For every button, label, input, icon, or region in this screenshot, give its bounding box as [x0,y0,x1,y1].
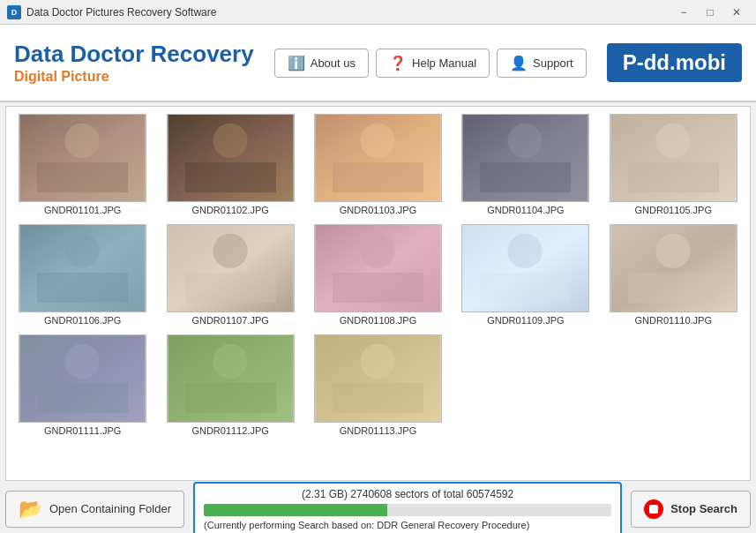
progress-fill [204,504,387,516]
svg-rect-2 [37,162,128,192]
maximize-button[interactable]: □ [698,4,722,21]
thumbnail [610,114,737,202]
image-label: GNDR01107.JPG [191,315,268,326]
thumbnail [314,114,442,202]
image-label: GNDR01108.JPG [340,315,416,326]
gallery-item[interactable]: GNDR01104.JPG [456,114,595,215]
thumbnail [167,334,295,423]
svg-point-10 [508,124,543,158]
image-label: GNDR01111.JPG [44,425,121,436]
gallery-item[interactable]: GNDR01111.JPG [13,334,152,436]
svg-point-19 [213,234,247,268]
svg-rect-23 [333,273,423,303]
svg-rect-5 [185,162,276,192]
support-icon: 👤 [510,55,528,71]
thumbnail [461,114,589,202]
svg-point-16 [65,234,100,268]
header-buttons: ℹ️ About us ❓ Help Manual 👤 Support [274,49,587,78]
gallery-item[interactable]: GNDR01103.JPG [309,114,447,215]
thumbnail [167,114,295,202]
app-icon: D [7,5,21,19]
progress-status: (Currently performing Search based on: D… [204,520,611,530]
svg-rect-32 [37,383,128,413]
image-label: GNDR01109.JPG [487,315,564,326]
thumbnail [19,114,146,202]
info-icon: ℹ️ [288,55,305,71]
image-label: GNDR01102.JPG [191,205,268,215]
svg-point-1 [65,124,100,158]
svg-rect-8 [333,162,423,192]
gallery-item[interactable]: GNDR01109.JPG [456,224,595,326]
brand-title: Data Doctor Recovery [14,41,254,68]
main-content: GNDR01101.JPGGNDR01102.JPGGNDR01103.JPGG… [0,102,756,533]
gallery-item[interactable]: GNDR01112.JPG [161,334,299,436]
close-button[interactable]: ✕ [724,4,749,21]
gallery-container: GNDR01101.JPGGNDR01102.JPGGNDR01103.JPGG… [5,106,751,481]
svg-point-7 [360,124,394,158]
progress-bar [204,504,611,516]
about-us-button[interactable]: ℹ️ About us [274,49,369,78]
image-label: GNDR01110.JPG [635,315,712,326]
gallery-item[interactable]: GNDR01113.JPG [309,334,447,436]
svg-point-31 [65,344,100,379]
thumbnail [461,224,589,312]
header: Data Doctor Recovery Digital Picture ℹ️ … [0,25,756,102]
svg-rect-26 [480,273,571,303]
image-label: GNDR01112.JPG [191,425,268,436]
svg-point-34 [213,344,247,379]
image-label: GNDR01104.JPG [487,205,564,215]
bottom-controls: 📂 Open Containing Folder (2.31 GB) 27406… [0,484,756,533]
brand: Data Doctor Recovery Digital Picture [14,41,254,84]
svg-rect-11 [480,162,571,192]
gallery-item[interactable]: GNDR01108.JPG [309,224,447,326]
image-label: GNDR01106.JPG [44,315,121,326]
gallery-item[interactable]: GNDR01105.JPG [604,114,743,215]
gallery-item[interactable]: GNDR01102.JPG [161,114,299,215]
thumbnail [314,334,442,423]
svg-rect-20 [185,273,276,303]
folder-icon: 📂 [19,498,42,521]
window-controls: − □ ✕ [671,4,749,21]
thumbnail [19,334,146,423]
image-label: GNDR01103.JPG [340,205,416,215]
titlebar-title: Data Doctor Pictures Recovery Software [26,6,671,19]
progress-area: (2.31 GB) 2740608 sectors of total 60574… [193,482,622,534]
svg-point-13 [655,124,690,158]
gallery-item[interactable]: GNDR01106.JPG [13,224,152,326]
gallery-item[interactable]: GNDR01110.JPG [604,224,743,326]
image-label: GNDR01101.JPG [44,205,121,215]
svg-rect-17 [37,273,128,303]
svg-point-37 [360,344,394,379]
svg-rect-14 [628,162,719,192]
support-button[interactable]: 👤 Support [497,49,587,78]
svg-rect-35 [185,383,276,413]
thumbnail [167,224,295,312]
svg-point-28 [655,234,690,268]
svg-rect-29 [628,273,719,303]
minimize-button[interactable]: − [671,4,696,21]
gallery-scroll[interactable]: GNDR01101.JPGGNDR01102.JPGGNDR01103.JPGG… [6,107,750,480]
thumbnail [19,224,146,312]
image-label: GNDR01113.JPG [340,425,416,436]
stop-icon [644,499,663,519]
svg-rect-38 [333,383,423,413]
titlebar: D Data Doctor Pictures Recovery Software… [0,0,756,25]
svg-point-4 [213,124,247,158]
brand-logo: P-dd.mobi [607,43,742,82]
thumbnail [610,224,737,312]
image-label: GNDR01105.JPG [635,205,712,215]
help-icon: ❓ [389,55,407,71]
progress-info: (2.31 GB) 2740608 sectors of total 60574… [204,488,611,500]
open-folder-button[interactable]: 📂 Open Containing Folder [5,491,184,528]
thumbnail [314,224,442,312]
gallery-item[interactable]: GNDR01107.JPG [161,224,299,326]
brand-subtitle: Digital Picture [14,69,254,85]
gallery-grid: GNDR01101.JPGGNDR01102.JPGGNDR01103.JPGG… [13,114,743,436]
help-manual-button[interactable]: ❓ Help Manual [376,49,490,78]
stop-search-button[interactable]: Stop Search [631,491,751,528]
gallery-item[interactable]: GNDR01101.JPG [13,114,152,215]
svg-point-25 [508,234,543,268]
svg-point-22 [360,234,394,268]
